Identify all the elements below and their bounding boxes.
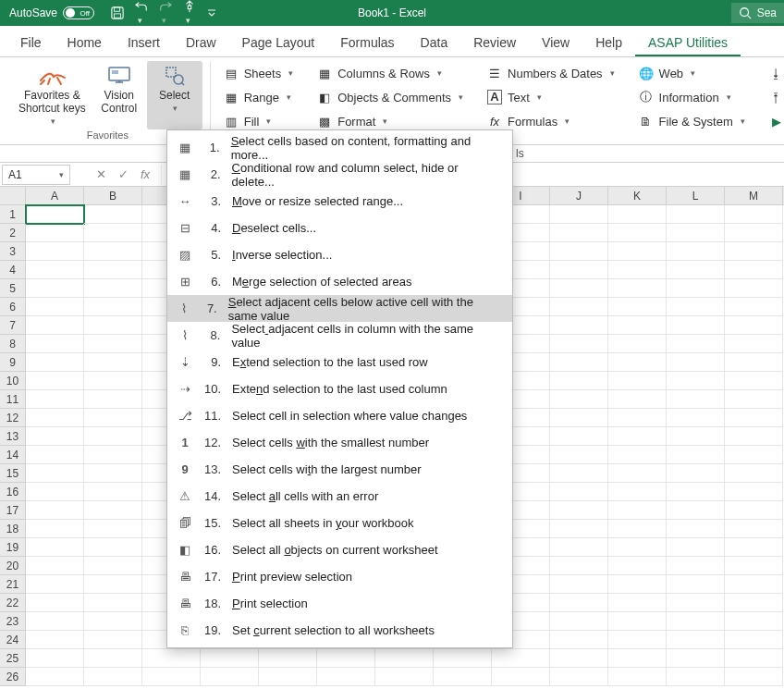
cell[interactable] bbox=[608, 594, 667, 612]
cell[interactable] bbox=[201, 668, 259, 686]
menu-item-15[interactable]: 🗐15.Select all sheets in your workbook bbox=[167, 510, 512, 536]
cell[interactable] bbox=[667, 298, 725, 316]
range-button[interactable]: ▦Range▾ bbox=[218, 87, 299, 107]
cell[interactable] bbox=[667, 575, 725, 594]
cell[interactable] bbox=[725, 427, 783, 446]
information-button[interactable]: ⓘInformation▾ bbox=[633, 87, 751, 107]
cell[interactable] bbox=[725, 612, 783, 631]
cell[interactable] bbox=[550, 520, 608, 538]
cell[interactable] bbox=[26, 205, 84, 224]
cell[interactable] bbox=[84, 261, 142, 279]
cell[interactable] bbox=[608, 353, 667, 372]
cell[interactable] bbox=[667, 538, 725, 557]
cell[interactable] bbox=[84, 446, 142, 464]
cell[interactable] bbox=[26, 446, 84, 464]
cell[interactable] bbox=[667, 649, 725, 668]
menu-item-7[interactable]: ⌇7.Select adjacent cells below active ce… bbox=[167, 295, 512, 322]
row-header[interactable]: 23 bbox=[0, 612, 26, 631]
cell[interactable] bbox=[26, 390, 84, 409]
cell[interactable] bbox=[26, 649, 84, 668]
undo-button[interactable]: ▾ bbox=[135, 0, 148, 26]
cell[interactable] bbox=[608, 446, 667, 464]
tab-file[interactable]: File bbox=[7, 30, 55, 56]
cell[interactable] bbox=[608, 538, 667, 557]
row-header[interactable]: 2 bbox=[0, 224, 26, 242]
tab-draw[interactable]: Draw bbox=[173, 30, 229, 56]
cell[interactable] bbox=[84, 279, 142, 298]
column-header[interactable]: M bbox=[725, 187, 783, 204]
cell[interactable] bbox=[725, 483, 783, 501]
cell[interactable] bbox=[84, 594, 142, 612]
menu-item-6[interactable]: ⊞6.Merge selection of selected areas bbox=[167, 268, 512, 295]
cell[interactable] bbox=[725, 335, 783, 353]
cell[interactable] bbox=[550, 649, 608, 668]
cell[interactable] bbox=[84, 631, 142, 649]
cell[interactable] bbox=[550, 631, 608, 649]
cell[interactable] bbox=[667, 279, 725, 298]
cell[interactable] bbox=[550, 594, 608, 612]
cell[interactable] bbox=[550, 483, 608, 501]
cell[interactable] bbox=[84, 390, 142, 409]
cell[interactable] bbox=[201, 649, 259, 668]
cell[interactable] bbox=[492, 668, 550, 686]
row-header[interactable]: 10 bbox=[0, 372, 26, 390]
cell[interactable] bbox=[725, 631, 783, 649]
numbers-dates-button[interactable]: ☰Numbers & Dates▾ bbox=[482, 63, 620, 83]
cell[interactable] bbox=[84, 409, 142, 427]
menu-item-2[interactable]: ▦2.Conditional row and column select, hi… bbox=[167, 161, 512, 188]
enter-formula-button[interactable]: ✓ bbox=[113, 165, 133, 185]
cell[interactable] bbox=[725, 464, 783, 483]
favorites-button[interactable]: Favorites & Shortcut keys▾ bbox=[13, 61, 92, 129]
cell[interactable] bbox=[317, 668, 375, 686]
cell[interactable] bbox=[608, 575, 667, 594]
cell[interactable] bbox=[84, 538, 142, 557]
cell[interactable] bbox=[84, 501, 142, 520]
menu-item-1[interactable]: ▦1.Select cells based on content, format… bbox=[167, 134, 512, 161]
cell[interactable] bbox=[608, 261, 667, 279]
menu-item-11[interactable]: ⎇11.Select cell in selection where value… bbox=[167, 402, 512, 429]
save-icon[interactable] bbox=[111, 6, 124, 19]
cell[interactable] bbox=[725, 261, 783, 279]
cell[interactable] bbox=[725, 205, 783, 224]
cell[interactable] bbox=[550, 464, 608, 483]
cell[interactable] bbox=[608, 242, 667, 261]
export-button[interactable]: ⭱Export▾ bbox=[764, 87, 784, 107]
cell[interactable] bbox=[26, 242, 84, 261]
cell[interactable] bbox=[725, 668, 783, 686]
cell[interactable] bbox=[550, 224, 608, 242]
tab-data[interactable]: Data bbox=[408, 30, 461, 56]
cell[interactable] bbox=[550, 409, 608, 427]
cell[interactable] bbox=[550, 316, 608, 335]
row-header[interactable]: 13 bbox=[0, 427, 26, 446]
row-header[interactable]: 14 bbox=[0, 446, 26, 464]
cell[interactable] bbox=[667, 409, 725, 427]
cell[interactable] bbox=[725, 316, 783, 335]
row-header[interactable]: 21 bbox=[0, 575, 26, 594]
cell[interactable] bbox=[550, 335, 608, 353]
cell[interactable] bbox=[608, 224, 667, 242]
select-all-corner[interactable] bbox=[0, 187, 26, 204]
cell[interactable] bbox=[550, 261, 608, 279]
menu-item-12[interactable]: 112.Select cells with the smallest numbe… bbox=[167, 429, 512, 456]
row-header[interactable]: 22 bbox=[0, 594, 26, 612]
cell[interactable] bbox=[26, 335, 84, 353]
cell[interactable] bbox=[608, 631, 667, 649]
cell[interactable] bbox=[26, 261, 84, 279]
cell[interactable] bbox=[550, 242, 608, 261]
qat-customize-button[interactable] bbox=[207, 8, 216, 18]
menu-item-9[interactable]: ⇣9.Extend selection to the last used row bbox=[167, 349, 512, 375]
cell[interactable] bbox=[550, 575, 608, 594]
menu-item-18[interactable]: 🖶18.Print selection bbox=[167, 590, 512, 617]
cell[interactable] bbox=[667, 372, 725, 390]
cell[interactable] bbox=[317, 649, 375, 668]
select-button[interactable]: Select▾ bbox=[147, 61, 202, 129]
cell[interactable] bbox=[84, 483, 142, 501]
row-header[interactable]: 9 bbox=[0, 353, 26, 372]
row-header[interactable]: 16 bbox=[0, 483, 26, 501]
cell[interactable] bbox=[84, 668, 142, 686]
column-header[interactable]: A bbox=[26, 187, 84, 204]
cell[interactable] bbox=[375, 668, 434, 686]
cell[interactable] bbox=[84, 353, 142, 372]
cell[interactable] bbox=[608, 483, 667, 501]
cell[interactable] bbox=[725, 409, 783, 427]
